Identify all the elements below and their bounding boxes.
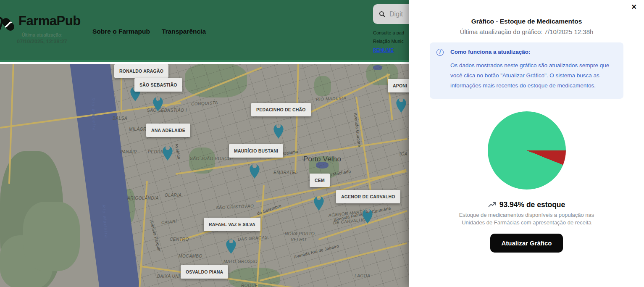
facility-label[interactable]: APONI bbox=[388, 79, 410, 92]
map-area-label: SÃO JOÃO BOSCO bbox=[190, 156, 231, 161]
map-area-label: ROQUE bbox=[241, 283, 258, 287]
map-area-label: IGA bbox=[400, 152, 407, 156]
facility-label[interactable]: CEM bbox=[310, 174, 330, 187]
facility-label[interactable]: AGENOR DE CARVALHO bbox=[336, 190, 400, 203]
last-update-value: 07/10/2025, 12:38:27 bbox=[13, 39, 71, 45]
city-label: Porto Velho bbox=[303, 155, 341, 163]
map-area-label: ARIGOLÂNDIA bbox=[127, 196, 159, 200]
info-box: i Como funciona a atualização: Os dados … bbox=[430, 42, 623, 99]
chart-drawer: ✕ Gráfico - Estoque de Medicamentos Últi… bbox=[409, 0, 644, 287]
map-pin-icon[interactable] bbox=[225, 239, 237, 254]
map-area-label: BAIXA UNI bbox=[157, 274, 180, 279]
facility-label[interactable]: SÃO SEBASTIÃO bbox=[134, 78, 182, 92]
map-pin-icon[interactable] bbox=[273, 124, 284, 139]
nav-sobre-o-farmapub[interactable]: Sobre o Farmapub bbox=[92, 28, 150, 35]
facility-label[interactable]: PEDACINHO DE CHÃO bbox=[251, 103, 311, 116]
map-pin-icon[interactable] bbox=[249, 164, 260, 179]
nav-transparencia[interactable]: Transparência bbox=[162, 28, 206, 35]
map-pin-icon[interactable] bbox=[162, 146, 173, 161]
pills-logo-icon bbox=[0, 15, 18, 34]
remume-line2: Relação Munic bbox=[373, 39, 404, 44]
panel-title: Gráfico - Estoque de Medicamentos bbox=[409, 18, 644, 25]
map-area-label: PANAIR bbox=[120, 150, 137, 154]
info-body: Os dados mostrados neste gráfico são atu… bbox=[450, 61, 615, 91]
stock-caption: Estoque de medicamentos disponíveis a po… bbox=[409, 211, 644, 226]
map-area-label: MATO GROSSO bbox=[223, 259, 258, 264]
stock-stat: 93.94% de estoque bbox=[409, 200, 644, 209]
map-pin-icon[interactable] bbox=[362, 209, 373, 224]
map-area-label: NOVA PORTO bbox=[285, 232, 315, 236]
atualizar-grafico-button[interactable]: Atualizar Gráfico bbox=[490, 234, 563, 253]
brand-title: FarmaPub bbox=[18, 13, 81, 29]
panel-subtitle: Última atualização do gráfico: 7/10/2025… bbox=[409, 28, 644, 35]
close-icon[interactable]: ✕ bbox=[630, 2, 639, 12]
green-area bbox=[23, 202, 80, 271]
map-area-label: CENTRO bbox=[170, 237, 189, 242]
trending-up-icon bbox=[488, 201, 496, 209]
last-update: Última atualização: 07/10/2025, 12:38:27 bbox=[13, 32, 71, 45]
pie-chart bbox=[488, 111, 566, 190]
main-nav: Sobre o Farmapub Transparência bbox=[92, 28, 206, 35]
map-area-label: VELHO bbox=[291, 237, 306, 242]
remume-line1: Consulte a pad bbox=[373, 30, 404, 35]
search-icon bbox=[379, 11, 385, 17]
map-pin-icon[interactable] bbox=[395, 98, 407, 113]
stock-caption-line2: Unidades de Farmácias com apresentação d… bbox=[409, 219, 644, 226]
map-pin-icon[interactable] bbox=[152, 97, 164, 112]
map-area-label: OLARIA bbox=[165, 193, 181, 197]
remume-link[interactable]: REMUME bbox=[373, 47, 394, 53]
farmapub-app: FarmaPub Última atualização: 07/10/2025,… bbox=[0, 0, 644, 287]
facility-label[interactable]: ANA ADELAIDE bbox=[146, 124, 190, 137]
last-update-label: Última atualização: bbox=[13, 32, 71, 37]
facility-label[interactable]: RAFAEL VAZ E SILVA bbox=[204, 218, 260, 231]
facility-label[interactable]: MAURÍCIO BUSTANI bbox=[229, 144, 283, 158]
map-area-label: MOCAMBO bbox=[179, 254, 202, 258]
map-area-label: EMBRATEL bbox=[273, 170, 298, 175]
map-area-label: MILAGR bbox=[129, 127, 147, 132]
info-icon: i bbox=[436, 49, 444, 56]
map-area-label: LAGOA bbox=[355, 274, 370, 278]
stock-caption-line1: Estoque de medicamentos disponíveis a po… bbox=[409, 211, 644, 219]
map-pin-icon[interactable] bbox=[313, 196, 325, 211]
stock-percentage: 93.94% de estoque bbox=[499, 200, 565, 209]
facility-label[interactable]: RONALDO ARAGÃO bbox=[114, 64, 168, 78]
info-title: Como funciona a atualização: bbox=[450, 49, 615, 55]
map-area-label: BALSA bbox=[113, 116, 127, 121]
map-canvas[interactable]: CONQUISTABALSASÃO SEBASTIÃO IMILAGRPANAI… bbox=[0, 64, 410, 287]
facility-label[interactable]: OSVALDO PIANA bbox=[181, 265, 228, 279]
